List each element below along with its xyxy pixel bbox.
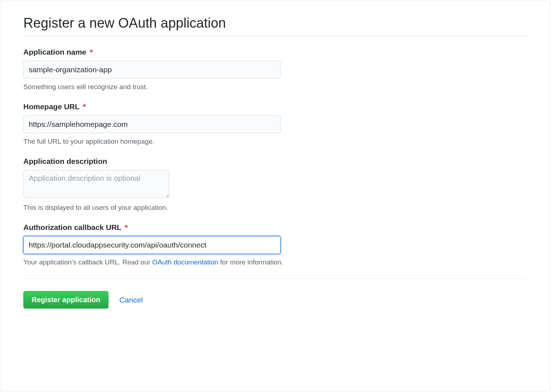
oauth-documentation-link[interactable]: OAuth documentation <box>152 258 218 266</box>
homepage-url-label: Homepage URL * <box>23 102 528 111</box>
required-star-icon: * <box>125 223 128 231</box>
app-name-help: Something users will recognize and trust… <box>23 83 528 91</box>
callback-url-label-text: Authorization callback URL <box>23 223 121 231</box>
homepage-url-input[interactable] <box>23 115 281 133</box>
description-textarea[interactable] <box>23 170 169 198</box>
cancel-button[interactable]: Cancel <box>119 296 143 304</box>
register-application-button[interactable]: Register application <box>23 291 108 309</box>
oauth-registration-form: Register a new OAuth application Applica… <box>1 1 550 391</box>
callback-url-help: Your application's callback URL. Read ou… <box>23 258 528 266</box>
form-group-description: Application description This is displaye… <box>23 157 528 212</box>
page-title: Register a new OAuth application <box>23 15 528 36</box>
app-name-input[interactable] <box>23 61 281 79</box>
app-name-label: Application name * <box>23 48 528 56</box>
description-label: Application description <box>23 157 528 166</box>
homepage-url-help: The full URL to your application homepag… <box>23 138 528 146</box>
button-row: Register application Cancel <box>23 278 528 309</box>
description-label-text: Application description <box>23 157 107 165</box>
callback-url-help-suffix: for more information. <box>218 258 283 266</box>
callback-url-help-prefix: Your application's callback URL. Read ou… <box>23 258 152 266</box>
required-star-icon: * <box>90 48 93 56</box>
app-name-label-text: Application name <box>23 48 86 56</box>
form-group-app-name: Application name * Something users will … <box>23 48 528 91</box>
homepage-url-label-text: Homepage URL <box>23 102 79 111</box>
callback-url-label: Authorization callback URL * <box>23 223 528 232</box>
form-group-callback-url: Authorization callback URL * Your applic… <box>23 223 528 266</box>
required-star-icon: * <box>83 102 86 111</box>
callback-url-input[interactable] <box>23 236 281 254</box>
description-help: This is displayed to all users of your a… <box>23 204 528 212</box>
form-group-homepage-url: Homepage URL * The full URL to your appl… <box>23 102 528 146</box>
